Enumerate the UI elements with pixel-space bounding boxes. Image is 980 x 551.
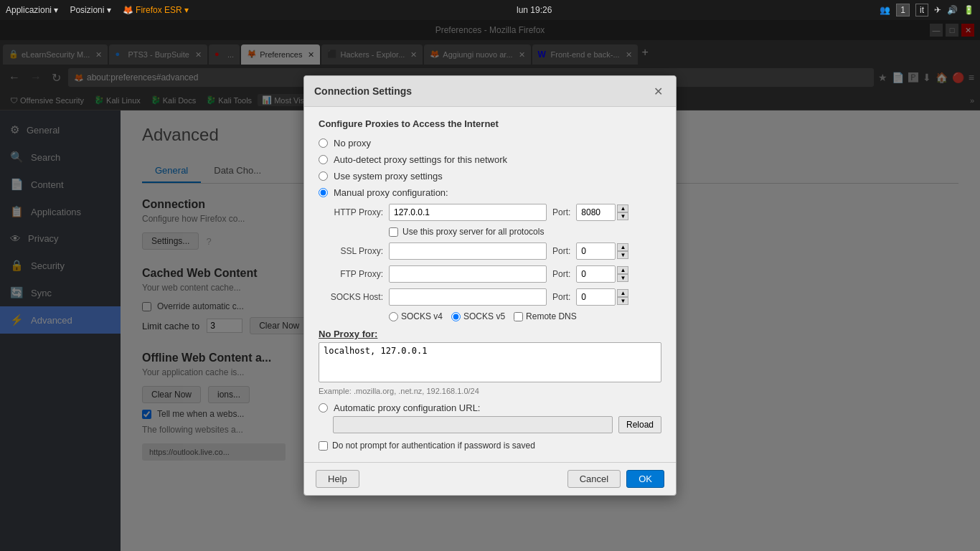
help-button[interactable]: Help [316,470,359,488]
system-proxy-label: Use system proxy settings [334,171,443,182]
auto-proxy-url-radio[interactable] [319,403,328,413]
use-for-all-checkbox[interactable] [389,227,398,237]
clock: lun 19:26 [517,5,552,15]
lang-indicator[interactable]: it [915,4,928,17]
socks-port-label: Port: [552,292,570,302]
http-port-up[interactable]: ▲ [617,204,628,212]
socks-v4-radio[interactable] [389,312,398,321]
manual-proxy-label: Manual proxy configuration: [334,187,448,198]
auto-detect-radio[interactable] [319,155,328,164]
users-icon: 👥 [880,5,890,15]
http-proxy-label: HTTP Proxy: [319,207,383,217]
modal-footer-right: Cancel OK [567,470,664,488]
socks-v4-label: SOCKS v4 [401,311,443,321]
ssl-proxy-label: SSL Proxy: [319,246,383,256]
posizioni-menu[interactable]: Posizioni ▾ [70,5,110,15]
connection-settings-dialog: Connection Settings ✕ Configure Proxies … [303,75,677,496]
ftp-port-label: Port: [552,269,570,279]
ssl-port-label: Port: [552,246,570,256]
ftp-proxy-label: FTP Proxy: [319,269,383,279]
socks-port-spinner: ▲ ▼ [617,289,628,305]
applicazioni-menu[interactable]: Applicazioni ▾ [6,5,58,15]
system-bar: Applicazioni ▾ Posizioni ▾ 🦊 Firefox ESR… [0,0,980,20]
modal-overlay: Connection Settings ✕ Configure Proxies … [0,20,980,551]
socks-version-row: SOCKS v4 SOCKS v5 Remote DNS [389,311,661,321]
socks-port-input[interactable] [576,288,616,306]
ftp-port-spinner: ▲ ▼ [617,266,628,282]
radio-manual-proxy: Manual proxy configuration: [319,187,661,198]
auto-proxy-row: Automatic proxy configuration URL: [319,402,661,413]
reload-proxy-button[interactable]: Reload [618,416,661,433]
use-for-all-row: Use this proxy server for all protocols [389,227,661,237]
socks-port-group: ▲ ▼ [576,288,628,306]
ssl-proxy-row: SSL Proxy: Port: ▲ ▼ [319,242,661,260]
auto-proxy-input-row: Reload [319,416,661,433]
http-port-spinner: ▲ ▼ [617,204,628,220]
ftp-port-input[interactable] [576,265,616,283]
system-bar-right: 👥 1 it ✈ 🔊 🔋 [880,4,974,17]
ssl-port-down[interactable]: ▼ [617,251,628,259]
socks-v5-option: SOCKS v5 [451,311,505,321]
http-port-down[interactable]: ▼ [617,212,628,220]
power-icon: 🔋 [963,5,974,15]
system-bar-left: Applicazioni ▾ Posizioni ▾ 🦊 Firefox ESR… [6,5,189,15]
modal-title: Connection Settings [314,85,412,97]
ssl-port-group: ▲ ▼ [576,242,628,260]
cancel-button[interactable]: Cancel [567,470,621,488]
http-port-input[interactable] [576,204,616,221]
use-for-all-label: Use this proxy server for all protocols [402,227,544,237]
no-auth-row: Do not prompt for authentication if pass… [319,441,661,451]
ok-button[interactable]: OK [626,470,664,488]
radio-no-proxy: No proxy [319,138,661,149]
http-port-group: ▲ ▼ [576,204,628,221]
ftp-proxy-input[interactable] [389,265,547,283]
remote-dns-option: Remote DNS [514,311,577,321]
system-proxy-radio[interactable] [319,171,328,181]
auto-proxy-url-input[interactable] [333,416,613,433]
modal-close-button[interactable]: ✕ [650,83,666,99]
ssl-port-spinner: ▲ ▼ [617,243,628,259]
http-proxy-input[interactable] [389,204,547,221]
modal-header: Connection Settings ✕ [304,76,676,107]
socks-host-input[interactable] [389,288,547,306]
socks-port-down[interactable]: ▼ [617,297,628,305]
modal-footer-left: Help [316,470,562,488]
no-auth-label: Do not prompt for authentication if pass… [332,441,535,451]
remote-dns-checkbox[interactable] [514,312,523,321]
network-icon: ✈ [934,5,941,15]
radio-system-proxy: Use system proxy settings [319,171,661,182]
auto-proxy-url-label: Automatic proxy configuration URL: [334,402,480,413]
manual-proxy-radio[interactable] [319,188,328,197]
dialog-section-title: Configure Proxies to Access the Internet [319,118,661,129]
socks-v5-radio[interactable] [451,312,461,321]
modal-body: Configure Proxies to Access the Internet… [304,107,676,462]
ssl-port-input[interactable] [576,242,616,260]
workspace-number[interactable]: 1 [896,4,910,17]
http-port-label: Port: [552,207,570,217]
ftp-port-down[interactable]: ▼ [617,274,628,282]
no-proxy-radio[interactable] [319,138,328,148]
auto-detect-label: Auto-detect proxy settings for this netw… [334,154,507,165]
firefox-menu[interactable]: 🦊 Firefox ESR ▾ [123,5,189,15]
modal-footer: Help Cancel OK [304,462,676,495]
http-proxy-row: HTTP Proxy: Port: ▲ ▼ [319,204,661,221]
no-proxy-for-label: No Proxy for: [319,329,661,339]
socks-v5-label: SOCKS v5 [463,311,505,321]
ftp-proxy-row: FTP Proxy: Port: ▲ ▼ [319,265,661,283]
ftp-port-group: ▲ ▼ [576,265,628,283]
socks-port-up[interactable]: ▲ [617,289,628,297]
ssl-port-up[interactable]: ▲ [617,243,628,251]
ssl-proxy-input[interactable] [389,242,547,260]
ftp-port-up[interactable]: ▲ [617,266,628,274]
no-proxy-label: No proxy [334,138,371,149]
socks-host-label: SOCKS Host: [319,292,383,302]
no-proxy-section: No Proxy for: localhost, 127.0.0.1 Examp… [319,329,661,395]
example-text: Example: .mozilla.org, .net.nz, 192.168.… [319,387,661,395]
socks-v4-option: SOCKS v4 [389,311,443,321]
no-auth-checkbox[interactable] [319,441,328,451]
radio-auto-detect: Auto-detect proxy settings for this netw… [319,154,661,165]
volume-icon: 🔊 [947,5,958,15]
no-proxy-textarea[interactable]: localhost, 127.0.0.1 [319,342,661,382]
socks-host-row: SOCKS Host: Port: ▲ ▼ [319,288,661,306]
remote-dns-label: Remote DNS [526,311,577,321]
